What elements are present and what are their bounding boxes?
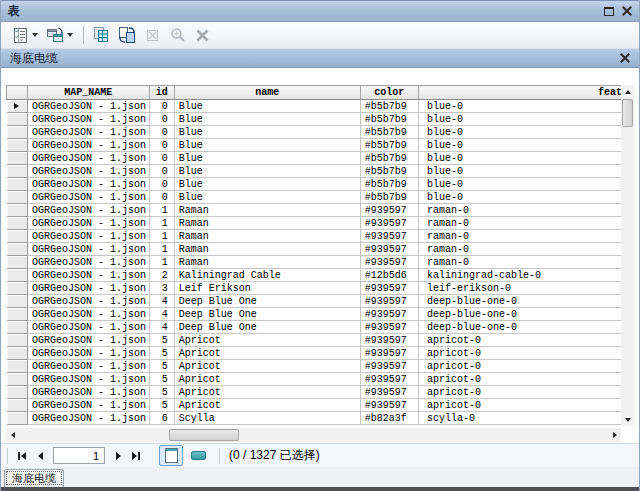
row-selector[interactable]: [7, 113, 28, 126]
row-selector[interactable]: [7, 282, 28, 295]
cell-color[interactable]: #939597: [360, 347, 418, 360]
cell-id[interactable]: 6: [149, 412, 174, 425]
cell-feat[interactable]: deep-blue-one-0: [418, 321, 621, 334]
cell-feat[interactable]: deep-blue-one-0: [418, 295, 621, 308]
cell-MAP_NAME[interactable]: OGRGeoJSON - 1.json: [28, 113, 150, 126]
cell-name[interactable]: Raman: [174, 230, 360, 243]
cell-id[interactable]: 0: [149, 126, 174, 139]
cell-name[interactable]: Blue: [174, 126, 360, 139]
previous-record-button[interactable]: [31, 447, 49, 465]
cell-name[interactable]: Blue: [174, 191, 360, 204]
column-header-MAP_NAME[interactable]: MAP_NAME: [28, 86, 150, 100]
row-selector[interactable]: [7, 347, 28, 360]
row-selector[interactable]: [7, 386, 28, 399]
column-header-id[interactable]: id: [149, 86, 174, 100]
column-header-selector[interactable]: [7, 86, 28, 100]
cell-feat[interactable]: apricot-0: [418, 360, 621, 373]
cell-feat[interactable]: raman-0: [418, 204, 621, 217]
cell-id[interactable]: 0: [149, 139, 174, 152]
cell-MAP_NAME[interactable]: OGRGeoJSON - 1.json: [28, 269, 150, 282]
row-selector[interactable]: [7, 152, 28, 165]
cell-MAP_NAME[interactable]: OGRGeoJSON - 1.json: [28, 399, 150, 412]
cell-color[interactable]: #939597: [360, 295, 418, 308]
cell-id[interactable]: 0: [149, 100, 174, 113]
row-selector[interactable]: [7, 308, 28, 321]
cell-color[interactable]: #b5b7b9: [360, 126, 418, 139]
cell-color[interactable]: #b5b7b9: [360, 152, 418, 165]
cell-id[interactable]: 0: [149, 113, 174, 126]
cell-color[interactable]: #939597: [360, 256, 418, 269]
record-number-input[interactable]: [53, 447, 105, 464]
cell-name[interactable]: Kaliningrad Cable: [174, 269, 360, 282]
cell-feat[interactable]: blue-0: [418, 126, 621, 139]
cell-MAP_NAME[interactable]: OGRGeoJSON - 1.json: [28, 217, 150, 230]
cell-MAP_NAME[interactable]: OGRGeoJSON - 1.json: [28, 100, 150, 113]
cell-name[interactable]: Scylla: [174, 412, 360, 425]
cell-MAP_NAME[interactable]: OGRGeoJSON - 1.json: [28, 321, 150, 334]
next-record-button[interactable]: [109, 447, 127, 465]
row-selector[interactable]: [7, 191, 28, 204]
row-selector[interactable]: [7, 204, 28, 217]
cell-feat[interactable]: blue-0: [418, 139, 621, 152]
cell-MAP_NAME[interactable]: OGRGeoJSON - 1.json: [28, 152, 150, 165]
cell-color[interactable]: #939597: [360, 204, 418, 217]
cell-id[interactable]: 4: [149, 308, 174, 321]
cell-color[interactable]: #939597: [360, 217, 418, 230]
cell-id[interactable]: 0: [149, 191, 174, 204]
cell-MAP_NAME[interactable]: OGRGeoJSON - 1.json: [28, 360, 150, 373]
column-header-feat[interactable]: feat: [418, 86, 621, 100]
column-header-color[interactable]: color: [360, 86, 418, 100]
cell-id[interactable]: 1: [149, 204, 174, 217]
cell-name[interactable]: Raman: [174, 204, 360, 217]
cell-id[interactable]: 1: [149, 230, 174, 243]
cell-MAP_NAME[interactable]: OGRGeoJSON - 1.json: [28, 191, 150, 204]
cell-color[interactable]: #939597: [360, 373, 418, 386]
cell-feat[interactable]: blue-0: [418, 178, 621, 191]
cell-feat[interactable]: apricot-0: [418, 347, 621, 360]
cell-name[interactable]: Deep Blue One: [174, 308, 360, 321]
cell-id[interactable]: 5: [149, 334, 174, 347]
cell-color[interactable]: #939597: [360, 334, 418, 347]
tab-submarine-cables[interactable]: 海底电缆: [4, 469, 64, 487]
row-selector[interactable]: [7, 373, 28, 386]
cell-name[interactable]: Deep Blue One: [174, 295, 360, 308]
cell-MAP_NAME[interactable]: OGRGeoJSON - 1.json: [28, 165, 150, 178]
cell-feat[interactable]: kaliningrad-cable-0: [418, 269, 621, 282]
cell-name[interactable]: Blue: [174, 178, 360, 191]
cell-color[interactable]: #b5b7b9: [360, 139, 418, 152]
cell-name[interactable]: Raman: [174, 243, 360, 256]
first-record-button[interactable]: [13, 447, 31, 465]
row-selector[interactable]: [7, 399, 28, 412]
last-record-button[interactable]: [127, 447, 145, 465]
cell-name[interactable]: Raman: [174, 256, 360, 269]
cell-MAP_NAME[interactable]: OGRGeoJSON - 1.json: [28, 334, 150, 347]
cell-name[interactable]: Apricot: [174, 334, 360, 347]
cell-MAP_NAME[interactable]: OGRGeoJSON - 1.json: [28, 386, 150, 399]
scroll-right-icon[interactable]: [608, 428, 621, 441]
window-resize-edge[interactable]: [1, 487, 639, 491]
cell-MAP_NAME[interactable]: OGRGeoJSON - 1.json: [28, 373, 150, 386]
row-selector[interactable]: [7, 100, 28, 113]
cell-feat[interactable]: raman-0: [418, 256, 621, 269]
cell-color[interactable]: #939597: [360, 360, 418, 373]
cell-color[interactable]: #b5b7b9: [360, 178, 418, 191]
cell-MAP_NAME[interactable]: OGRGeoJSON - 1.json: [28, 282, 150, 295]
row-selector[interactable]: [7, 243, 28, 256]
cell-name[interactable]: Leif Erikson: [174, 282, 360, 295]
row-selector[interactable]: [7, 334, 28, 347]
cell-feat[interactable]: raman-0: [418, 243, 621, 256]
cell-feat[interactable]: apricot-0: [418, 399, 621, 412]
cell-feat[interactable]: raman-0: [418, 217, 621, 230]
cell-id[interactable]: 3: [149, 282, 174, 295]
table-options-button[interactable]: [9, 24, 41, 46]
cell-name[interactable]: Blue: [174, 165, 360, 178]
cell-color[interactable]: #939597: [360, 308, 418, 321]
cell-color[interactable]: #b82a3f: [360, 412, 418, 425]
cell-name[interactable]: Deep Blue One: [174, 321, 360, 334]
cell-feat[interactable]: blue-0: [418, 191, 621, 204]
cell-color[interactable]: #b5b7b9: [360, 165, 418, 178]
cell-MAP_NAME[interactable]: OGRGeoJSON - 1.json: [28, 243, 150, 256]
cell-name[interactable]: Blue: [174, 139, 360, 152]
cell-color[interactable]: #939597: [360, 386, 418, 399]
cell-name[interactable]: Raman: [174, 217, 360, 230]
